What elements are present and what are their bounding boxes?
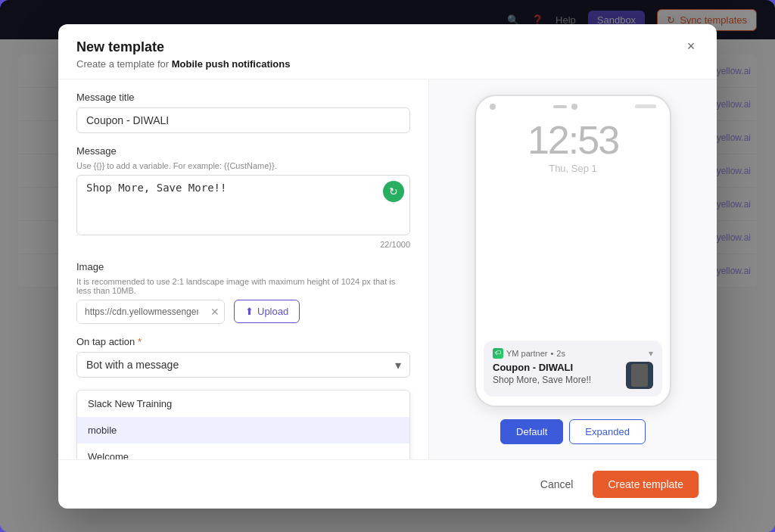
modal-header: New template Create a template for Mobil…	[58, 24, 717, 79]
message-title-input[interactable]	[76, 107, 410, 133]
notif-top: 🏷 YM partner • 2s ▾	[493, 348, 653, 359]
phone-top-bar	[476, 96, 670, 113]
upload-icon: ⬆	[245, 306, 254, 317]
dropdown-item-slack[interactable]: Slack New Training	[77, 390, 409, 417]
form-panel: Message title Message Use {{}} to add a …	[58, 79, 429, 459]
upload-button[interactable]: ⬆ Upload	[234, 300, 300, 323]
phone-view-tabs: Default Expanded	[500, 419, 646, 444]
on-tap-select-wrapper: Bot with a message ▾	[76, 352, 410, 378]
message-hint: Use {{}} to add a variable. For example:…	[76, 161, 410, 170]
dropdown-item-welcome[interactable]: Welcome	[77, 443, 409, 459]
on-tap-label: On tap action *	[76, 336, 410, 347]
phone-date: Thu, Sep 1	[549, 163, 597, 174]
image-group: Image It is recommended to use 2:1 lands…	[76, 261, 410, 324]
notif-text-area: Coupon - DIWALI Shop More, Save More!!	[493, 362, 620, 385]
message-textarea[interactable]: Shop More, Save More!!	[76, 175, 410, 235]
modal-subtitle: Create a template for Mobile push notifi…	[76, 58, 699, 70]
image-url-wrapper: ✕	[76, 300, 225, 324]
phone-speaker	[635, 104, 656, 108]
notif-separator: •	[550, 349, 553, 358]
modal-title: New template	[76, 39, 699, 55]
notif-title: Coupon - DIWALI	[493, 362, 620, 373]
notif-body: Coupon - DIWALI Shop More, Save More!!	[493, 362, 653, 389]
tab-expanded[interactable]: Expanded	[569, 419, 646, 444]
modal-close-button[interactable]: ×	[680, 36, 702, 58]
message-title-group: Message title	[76, 92, 410, 133]
phone-sensors	[553, 104, 577, 110]
chevron-down-icon: ▾	[649, 348, 653, 359]
image-clear-button[interactable]: ✕	[206, 306, 224, 318]
notif-app-icon: 🏷	[493, 348, 503, 359]
cancel-button[interactable]: Cancel	[528, 471, 586, 498]
notif-message: Shop More, Save More!!	[493, 375, 620, 385]
phone-time-area: 12:53 Thu, Sep 1	[476, 113, 670, 331]
image-hint: It is recommended to use 2:1 landscape i…	[76, 277, 410, 295]
image-label: Image	[76, 261, 410, 272]
modal-footer: Cancel Create template	[58, 459, 717, 509]
dropdown-item-mobile[interactable]: mobile	[77, 417, 409, 443]
message-title-label: Message title	[76, 92, 410, 103]
preview-panel: 12:53 Thu, Sep 1 🏷 YM partner • 2s	[429, 79, 717, 459]
phone-dot-sensor	[571, 104, 577, 110]
notif-app-name: 🏷 YM partner • 2s	[493, 348, 565, 359]
message-group: Message Use {{}} to add a variable. For …	[76, 145, 410, 249]
phone-camera	[490, 104, 496, 110]
new-template-modal: New template Create a template for Mobil…	[58, 24, 717, 509]
message-label: Message	[76, 145, 410, 157]
on-tap-select[interactable]: Bot with a message	[76, 352, 410, 378]
notif-image-inner	[631, 364, 648, 387]
notif-image	[626, 362, 653, 389]
dropdown-list: Slack New Training mobile Welcome Fallba…	[76, 390, 410, 459]
phone-sensor	[553, 105, 567, 108]
refresh-button[interactable]: ↻	[383, 181, 404, 202]
tab-default[interactable]: Default	[500, 419, 563, 444]
phone-mockup: 12:53 Thu, Sep 1 🏷 YM partner • 2s	[475, 95, 671, 407]
on-tap-group: On tap action * Bot with a message ▾	[76, 336, 410, 378]
char-count: 22/1000	[76, 240, 410, 249]
phone-time: 12:53	[528, 120, 618, 160]
message-textarea-wrapper: Shop More, Save More!! ↻	[76, 175, 410, 238]
notification-card: 🏷 YM partner • 2s ▾ Coupon - DIWALI Shop…	[484, 341, 662, 397]
create-template-button[interactable]: Create template	[593, 471, 699, 498]
image-url-input[interactable]	[77, 300, 206, 323]
